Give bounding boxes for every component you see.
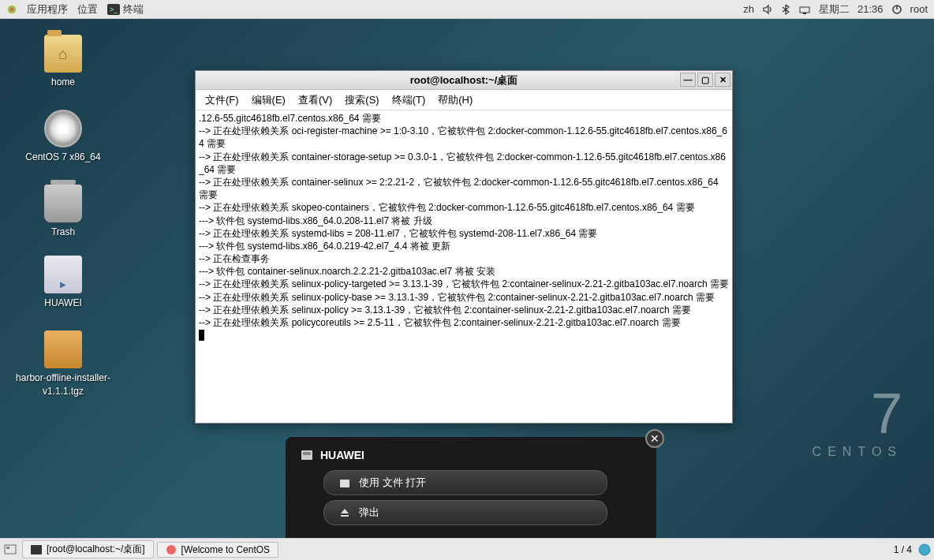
trash-icon[interactable]: Trash: [16, 185, 110, 239]
centos-logo-icon: [6, 4, 17, 15]
svg-text:>_: >_: [110, 6, 118, 13]
power-icon[interactable]: [891, 4, 902, 15]
centos-wallpaper-brand: 7 CENTOS: [813, 385, 902, 459]
calendar-day[interactable]: 星期二: [819, 2, 850, 17]
menu-edit[interactable]: 编辑(E): [247, 91, 290, 109]
apps-menu[interactable]: 应用程序: [27, 2, 68, 17]
close-button[interactable]: ✕: [715, 73, 730, 87]
eject-icon: [338, 506, 351, 519]
maximize-button[interactable]: ▢: [697, 73, 713, 87]
network-icon[interactable]: [798, 4, 811, 15]
home-folder-icon[interactable]: ⌂ home: [16, 35, 110, 89]
menu-view[interactable]: 查看(V): [293, 91, 337, 109]
workspace-indicator[interactable]: 1 / 4: [894, 544, 912, 555]
svg-point-1: [9, 7, 13, 11]
minimize-button[interactable]: —: [680, 73, 696, 87]
files-icon: [338, 476, 351, 489]
huawei-media-icon[interactable]: HUAWEI: [16, 256, 110, 310]
firefox-icon: [166, 544, 177, 555]
terminal-title: root@localhost:~/桌面: [410, 73, 518, 88]
terminal-icon: >_: [107, 4, 120, 15]
tray-icon[interactable]: [918, 543, 931, 556]
taskbar-terminal[interactable]: [root@localhost:~/桌面]: [22, 540, 154, 558]
desktop[interactable]: ⌂ home CentOS 7 x86_64 Trash HUAWEI harb…: [0, 19, 934, 538]
svg-rect-11: [5, 545, 16, 554]
terminal-output[interactable]: .12.6-55.gitc4618fb.el7.centos.x86_64 需要…: [196, 110, 732, 423]
svg-rect-9: [303, 452, 311, 455]
notification-close-button[interactable]: ✕: [645, 429, 664, 448]
places-menu[interactable]: 位置: [77, 2, 98, 17]
svg-rect-4: [800, 7, 809, 13]
volume-icon[interactable]: [762, 4, 773, 15]
mount-notification: ✕ HUAWEI 使用 文件 打开 弹出: [286, 437, 656, 538]
terminal-icon: [31, 545, 42, 554]
svg-point-15: [919, 544, 930, 555]
terminal-titlebar[interactable]: root@localhost:~/桌面 — ▢ ✕: [196, 71, 732, 90]
drive-icon: [300, 448, 314, 462]
taskbar-firefox[interactable]: [Welcome to CentOS: [157, 542, 279, 558]
notification-title: HUAWEI: [300, 448, 642, 462]
svg-rect-5: [803, 13, 806, 14]
bluetooth-icon[interactable]: [781, 4, 790, 15]
input-method-indicator[interactable]: zh: [743, 3, 754, 15]
top-panel: 应用程序 位置 >_ 终端 zh 星期二 21:36 root: [0, 0, 934, 19]
harbor-package-icon[interactable]: harbor-offline-installer-v1.1.1.tgz: [16, 330, 110, 398]
svg-point-14: [166, 545, 176, 554]
terminal-app-indicator[interactable]: >_ 终端: [107, 2, 144, 17]
menu-search[interactable]: 搜索(S): [340, 91, 383, 109]
menu-help[interactable]: 帮助(H): [433, 91, 477, 109]
menu-terminal[interactable]: 终端(T): [387, 91, 431, 109]
svg-rect-12: [6, 547, 9, 549]
user-label[interactable]: root: [910, 3, 928, 15]
open-with-files-button[interactable]: 使用 文件 打开: [323, 470, 607, 495]
clock-time[interactable]: 21:36: [857, 3, 884, 15]
eject-button[interactable]: 弹出: [323, 500, 607, 525]
svg-rect-10: [340, 480, 349, 487]
show-desktop-icon[interactable]: [3, 543, 17, 557]
menu-file[interactable]: 文件(F): [200, 91, 244, 109]
svg-rect-13: [31, 545, 42, 554]
terminal-cursor: [199, 330, 204, 341]
bottom-panel: [root@localhost:~/桌面] [Welcome to CentOS…: [0, 538, 934, 560]
terminal-window: root@localhost:~/桌面 — ▢ ✕ 文件(F) 编辑(E) 查看…: [195, 70, 733, 424]
centos-disc-icon[interactable]: CentOS 7 x86_64: [16, 110, 110, 164]
terminal-menubar: 文件(F) 编辑(E) 查看(V) 搜索(S) 终端(T) 帮助(H): [196, 90, 732, 110]
